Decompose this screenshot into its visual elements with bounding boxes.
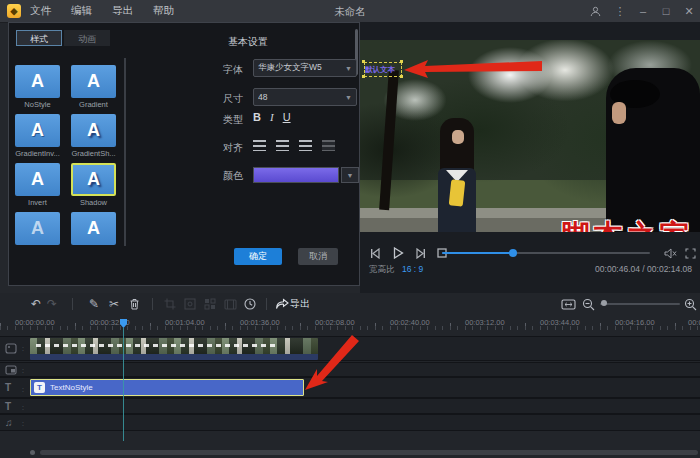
duration-button[interactable] bbox=[242, 295, 258, 313]
lock-icon[interactable]: : bbox=[22, 367, 24, 374]
style-card-invert[interactable]: A Invert bbox=[15, 163, 60, 207]
style-label: Invert bbox=[15, 198, 60, 207]
video-clip[interactable] bbox=[30, 338, 318, 360]
more-icon[interactable]: ⋮ bbox=[613, 4, 627, 18]
size-select[interactable]: 48 ▼ bbox=[253, 88, 357, 106]
color-swatch[interactable] bbox=[253, 167, 339, 183]
volume-icon[interactable] bbox=[662, 246, 678, 260]
style-thumb: A bbox=[15, 212, 60, 245]
timeline-section: ↶ ↷ ✎ ✂ 导出 bbox=[0, 293, 700, 458]
ok-button[interactable]: 确定 bbox=[234, 248, 282, 265]
font-label: 字体 bbox=[223, 63, 243, 77]
align-right-icon[interactable] bbox=[299, 140, 312, 151]
overlay-handle[interactable] bbox=[362, 60, 365, 63]
text-clip-label: TextNoStyle bbox=[50, 383, 93, 392]
lock-icon[interactable]: : bbox=[22, 404, 24, 411]
crop-button[interactable] bbox=[162, 295, 178, 313]
style-grid-scrollbar[interactable] bbox=[124, 58, 126, 246]
step-forward-button[interactable] bbox=[412, 246, 428, 260]
redo-button[interactable]: ↷ bbox=[44, 295, 60, 313]
split-button[interactable]: ✂ bbox=[106, 295, 122, 313]
menu-help[interactable]: 帮助 bbox=[151, 4, 176, 18]
overlay-handle[interactable] bbox=[400, 60, 403, 63]
step-back-button[interactable] bbox=[368, 246, 384, 260]
app-logo-icon: ◆ bbox=[7, 4, 21, 18]
style-card-partial-1[interactable]: A bbox=[15, 212, 60, 245]
video-frame[interactable]: 默认文本 脚本之家 www.jb51.net bbox=[360, 40, 700, 232]
aspect-ratio-label: 宽高比 bbox=[369, 264, 395, 276]
fit-timeline-icon[interactable] bbox=[560, 295, 576, 313]
pip-track[interactable]: : bbox=[0, 362, 700, 377]
menu-export[interactable]: 导出 bbox=[110, 4, 135, 18]
account-icon[interactable] bbox=[590, 6, 604, 17]
text-clip-selected[interactable]: T TextNoStyle bbox=[30, 379, 304, 396]
delete-button[interactable] bbox=[126, 295, 142, 313]
menu-file[interactable]: 文件 bbox=[28, 4, 53, 18]
zoom-tool-button[interactable] bbox=[182, 295, 198, 313]
export-button[interactable]: 导出 bbox=[290, 297, 310, 311]
align-justify-icon[interactable] bbox=[322, 140, 335, 151]
underline-button[interactable]: U bbox=[283, 111, 291, 123]
overlay-handle[interactable] bbox=[400, 75, 403, 78]
timeline-zoom-slider[interactable] bbox=[600, 303, 680, 305]
tab-style[interactable]: 样式 bbox=[16, 30, 62, 46]
text-track-icon: T bbox=[5, 401, 11, 412]
fullscreen-icon[interactable] bbox=[682, 246, 698, 260]
tab-animation[interactable]: 动画 bbox=[64, 30, 110, 46]
toolbar-divider bbox=[152, 298, 153, 310]
undo-button[interactable]: ↶ bbox=[28, 295, 44, 313]
timeline-zoom-in-icon[interactable] bbox=[682, 295, 698, 313]
align-left-icon[interactable] bbox=[253, 140, 266, 151]
aspect-ratio-value[interactable]: 16 : 9 bbox=[402, 264, 423, 274]
style-label: GradientInv... bbox=[15, 149, 60, 158]
text-overlay-selected[interactable]: 默认文本 bbox=[364, 62, 402, 77]
style-thumb: A bbox=[15, 163, 60, 196]
style-card-gradientinv[interactable]: A GradientInv... bbox=[15, 114, 60, 158]
chevron-down-icon: ▼ bbox=[347, 172, 354, 179]
watermark-title: 脚本之家 bbox=[560, 216, 692, 232]
bold-button[interactable]: B bbox=[253, 111, 261, 123]
color-label: 颜色 bbox=[223, 169, 243, 183]
close-icon[interactable]: ✕ bbox=[682, 4, 696, 18]
edit-button[interactable]: ✎ bbox=[86, 295, 102, 313]
style-card-partial-2[interactable]: A bbox=[71, 212, 116, 245]
playhead-line bbox=[123, 328, 124, 441]
style-thumb: A bbox=[71, 65, 116, 98]
timeline-scrollbar[interactable] bbox=[40, 450, 698, 455]
audio-track[interactable]: ♫ : bbox=[0, 414, 700, 431]
style-card-gradientsh[interactable]: A GradientSh... bbox=[71, 114, 116, 158]
timeline-zoom-handle[interactable] bbox=[601, 300, 607, 306]
italic-button[interactable]: I bbox=[270, 111, 274, 123]
font-select[interactable]: 华康少女文字W5 ▼ bbox=[253, 59, 357, 77]
audio-track-icon: ♫ bbox=[5, 417, 13, 428]
lock-icon[interactable]: : bbox=[22, 420, 24, 427]
play-button[interactable] bbox=[390, 246, 406, 260]
mosaic-button[interactable] bbox=[202, 295, 218, 313]
menu-edit[interactable]: 编辑 bbox=[69, 4, 94, 18]
color-dropdown-button[interactable]: ▼ bbox=[341, 167, 359, 183]
lock-icon[interactable]: : bbox=[22, 345, 24, 352]
lock-icon[interactable]: : bbox=[22, 386, 24, 393]
align-center-icon[interactable] bbox=[276, 140, 289, 151]
video-clip-band bbox=[30, 354, 318, 360]
timeline-scroll-dot[interactable] bbox=[30, 450, 35, 455]
minimize-icon[interactable]: – bbox=[636, 4, 650, 18]
titlebar: ◆ 文件 编辑 导出 帮助 未命名 ⋮ – □ ✕ bbox=[0, 0, 700, 23]
text-track-2[interactable]: T : bbox=[0, 398, 700, 414]
overlay-handle[interactable] bbox=[362, 75, 365, 78]
menubar: 文件 编辑 导出 帮助 bbox=[28, 0, 176, 22]
toolbar-divider bbox=[72, 298, 73, 310]
maximize-icon[interactable]: □ bbox=[659, 4, 673, 18]
seek-handle[interactable] bbox=[509, 249, 517, 257]
settings-header: 基本设置 bbox=[228, 35, 268, 49]
style-card-shadow-selected[interactable]: A Shadow bbox=[71, 163, 116, 207]
effect-button[interactable] bbox=[222, 295, 238, 313]
timeline-zoom-out-icon[interactable] bbox=[580, 295, 596, 313]
style-card-gradient[interactable]: A Gradient bbox=[71, 65, 116, 109]
style-card-nostyle[interactable]: A NoStyle bbox=[15, 65, 60, 109]
cancel-button[interactable]: 取消 bbox=[298, 248, 338, 265]
style-thumb: A bbox=[71, 163, 116, 196]
text-overlay-content: 默认文本 bbox=[365, 65, 395, 75]
pip-track-icon bbox=[5, 365, 17, 375]
export-icon[interactable] bbox=[274, 295, 290, 313]
